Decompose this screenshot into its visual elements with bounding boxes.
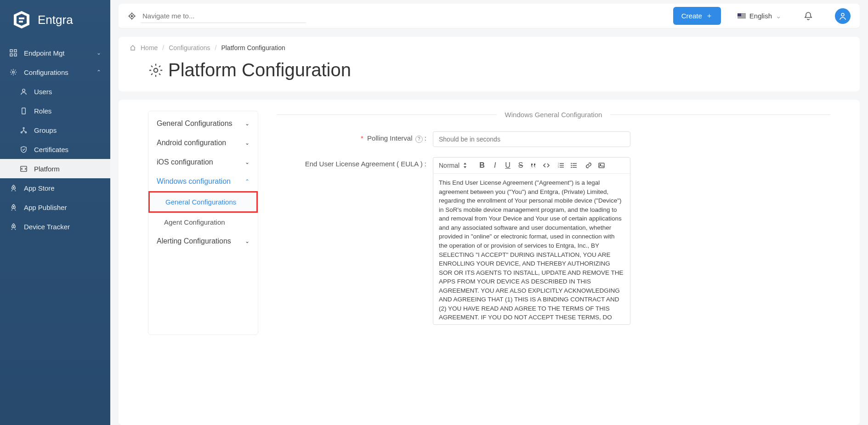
sidebar-label: Groups (34, 126, 57, 134)
sidebar-label: Roles (34, 107, 51, 115)
config-menu-ios[interactable]: iOS configuration ⌄ (148, 153, 258, 172)
svg-point-32 (571, 167, 572, 168)
config-menu-android[interactable]: Android configuration ⌄ (148, 133, 258, 153)
config-label: iOS configuration (157, 158, 213, 166)
format-dropdown[interactable]: Normal (439, 162, 471, 169)
sidebar-item-platform[interactable]: Platform (0, 159, 110, 178)
sidebar-item-app-store[interactable]: App Store (0, 178, 110, 198)
chevron-down-icon: ⌄ (245, 120, 250, 127)
eula-text-area[interactable]: This End User License Agreement ("Agreem… (433, 174, 630, 324)
svg-point-34 (600, 164, 601, 165)
target-icon (128, 12, 136, 20)
sidebar-item-roles[interactable]: Roles (0, 101, 110, 120)
config-menu-general[interactable]: General Configurations ⌄ (148, 114, 258, 133)
gear-icon (148, 62, 164, 78)
svg-point-12 (13, 187, 14, 187)
branch-icon (19, 126, 28, 134)
sidebar-label: Device Tracker (24, 223, 70, 231)
rocket-icon (9, 203, 17, 211)
eula-row: End User License Agreement ( EULA ) : No… (277, 157, 830, 325)
bold-icon[interactable]: B (478, 161, 486, 170)
breadcrumb-configurations[interactable]: Configurations (169, 44, 210, 51)
create-button[interactable]: Create ＋ (673, 7, 721, 25)
config-menu-windows-general[interactable]: General Configurations (148, 191, 258, 213)
config-menu-alerting[interactable]: Alerting Configurations ⌄ (148, 232, 258, 251)
link-icon[interactable] (584, 161, 593, 170)
sidebar: Entgra Endpoint Mgt ⌄ Configurations ⌃ U… (0, 0, 110, 425)
sidebar-item-app-publisher[interactable]: App Publisher (0, 198, 110, 217)
language-label: English (749, 12, 772, 20)
svg-point-5 (22, 89, 25, 91)
home-icon (130, 45, 136, 51)
strikethrough-icon[interactable]: S (516, 161, 525, 170)
config-menu-windows-agent[interactable]: Agent Configuration (148, 213, 258, 232)
ordered-list-icon[interactable]: 123 (557, 161, 565, 170)
svg-rect-24 (738, 13, 741, 16)
grid-icon (9, 49, 17, 57)
svg-point-4 (12, 71, 14, 73)
sidebar-label: Endpoint Mgt (24, 49, 64, 57)
svg-rect-3 (14, 54, 17, 56)
section-title: Windows General Configuration (497, 111, 611, 119)
breadcrumb-home[interactable]: Home (141, 44, 158, 51)
brand-logo[interactable]: Entgra (0, 0, 110, 40)
config-menu-windows[interactable]: Windows configuration ⌃ (148, 172, 258, 191)
svg-rect-6 (22, 108, 25, 113)
tablet-icon (19, 107, 28, 115)
topbar: Create ＋ English ⌄ (119, 4, 860, 28)
help-icon[interactable]: ? (415, 136, 423, 143)
config-label: Agent Configuration (164, 218, 225, 226)
code-icon[interactable] (542, 161, 550, 170)
svg-point-16 (131, 15, 133, 17)
config-label: Android configuration (157, 139, 226, 147)
underline-icon[interactable]: U (504, 161, 512, 170)
config-label: General Configurations (165, 198, 236, 206)
sidebar-item-certificates[interactable]: Certificates (0, 140, 110, 159)
editor-toolbar: Normal B I U S (433, 158, 630, 174)
chevron-down-icon: ⌄ (245, 140, 250, 146)
svg-rect-0 (10, 50, 12, 52)
eula-editor: Normal B I U S (433, 157, 630, 325)
svg-point-25 (841, 13, 844, 16)
config-label: Alerting Configurations (157, 237, 231, 245)
sidebar-item-configurations[interactable]: Configurations ⌃ (0, 62, 110, 82)
plus-icon: ＋ (706, 11, 713, 20)
sidebar-item-device-tracker[interactable]: Device Tracker (0, 217, 110, 236)
polling-interval-input[interactable] (433, 131, 630, 147)
language-selector[interactable]: English ⌄ (730, 12, 789, 20)
sidebar-label: App Publisher (24, 204, 67, 211)
svg-text:3: 3 (558, 166, 559, 168)
svg-rect-33 (599, 163, 604, 168)
italic-icon[interactable]: I (491, 161, 499, 170)
quote-icon[interactable] (529, 161, 538, 170)
updown-icon (463, 163, 467, 168)
svg-point-10 (25, 131, 26, 133)
breadcrumb: Home / Configurations / Platform Configu… (130, 44, 849, 51)
sidebar-label: Configurations (24, 68, 68, 76)
sidebar-label: Platform (34, 165, 60, 173)
brand-name: Entgra (38, 13, 73, 27)
rocket-icon (9, 184, 17, 192)
polling-interval-row: * Polling Interval ? : (277, 131, 830, 147)
image-icon[interactable] (597, 161, 606, 170)
content-card: General Configurations ⌄ Android configu… (119, 100, 860, 425)
sidebar-item-groups[interactable]: Groups (0, 120, 110, 140)
gear-icon (9, 68, 17, 76)
chevron-down-icon: ⌄ (245, 159, 250, 165)
svg-point-31 (571, 165, 572, 166)
chevron-down-icon: ⌄ (245, 238, 250, 244)
unordered-list-icon[interactable] (570, 161, 578, 170)
search-input[interactable] (141, 9, 306, 23)
user-icon (19, 87, 28, 96)
svg-point-9 (21, 131, 22, 133)
sidebar-item-endpoint-mgt[interactable]: Endpoint Mgt ⌄ (0, 43, 110, 62)
sidebar-item-users[interactable]: Users (0, 82, 110, 101)
notifications-button[interactable] (798, 11, 818, 21)
svg-point-8 (23, 127, 24, 129)
svg-point-30 (571, 163, 572, 164)
svg-point-26 (154, 68, 158, 72)
svg-rect-2 (10, 54, 12, 56)
breadcrumb-sep: / (215, 44, 217, 51)
user-avatar[interactable] (835, 8, 851, 24)
chevron-up-icon: ⌃ (245, 178, 250, 185)
